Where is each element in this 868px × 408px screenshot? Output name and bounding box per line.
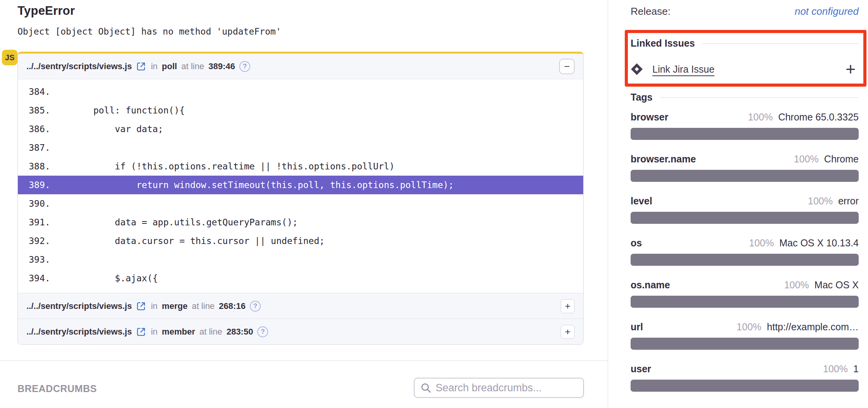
frame-function-name: member	[162, 327, 195, 337]
tag-row: os.name 100% Mac OS X	[631, 279, 859, 308]
link-jira-issue-link[interactable]: Link Jira Issue	[652, 64, 715, 75]
code-line: 386. var data;	[18, 120, 583, 138]
line-number: 386.	[29, 120, 50, 138]
jira-icon	[631, 63, 643, 75]
tag-row: user 100% 1	[631, 363, 859, 392]
release-label: Release:	[631, 5, 671, 17]
tag-percent: 100%	[784, 279, 809, 291]
code-line: 390.	[18, 194, 583, 213]
collapsed-frame-row: ../../sentry/scripts/views.js in merge a…	[18, 293, 583, 319]
code-line: 392. data.cursor = this.cursor || undefi…	[18, 232, 583, 250]
line-number: 393.	[29, 250, 50, 269]
code-line: 389. return window.setTimeout(this.poll,…	[18, 176, 583, 194]
external-link-icon[interactable]	[136, 61, 146, 71]
tag-right: 100% Mac OS X	[784, 279, 859, 291]
frame-function-name: merge	[162, 301, 188, 311]
frame-file-path: ../../sentry/scripts/views.js	[26, 301, 132, 311]
tag-right: 100% error	[808, 195, 859, 207]
tags-title: Tags	[631, 92, 653, 103]
tag-row: os 100% Mac OS X 10.13.4	[631, 237, 859, 266]
tag-key[interactable]: url	[631, 321, 643, 333]
release-row: Release: not configured	[631, 5, 859, 17]
tag-key[interactable]: level	[631, 195, 652, 207]
search-icon	[420, 382, 432, 394]
tag-head: browser 100% Chrome 65.0.3325	[631, 111, 859, 123]
heading-rule	[702, 43, 859, 44]
heading-rule	[660, 97, 859, 98]
tag-distribution-bar[interactable]	[631, 128, 859, 140]
tag-percent: 100%	[823, 363, 848, 375]
code-line: 388. if (!this.options.realtime || !this…	[18, 157, 583, 176]
linked-issues-title: Linked Issues	[631, 38, 695, 49]
line-number: 390.	[29, 194, 50, 213]
linked-issues-heading: Linked Issues	[631, 38, 859, 49]
collapsed-frame-row: ../../sentry/scripts/views.js in member …	[18, 319, 583, 344]
tag-head: os.name 100% Mac OS X	[631, 279, 859, 291]
line-number: 394.	[29, 269, 50, 288]
section-divider	[0, 360, 608, 361]
breadcrumbs-search-input[interactable]	[436, 382, 578, 394]
tag-row: browser.name 100% Chrome	[631, 153, 859, 182]
frame-in-label: in	[151, 327, 157, 337]
code-line: 394. $.ajax({	[18, 269, 583, 288]
tag-percent: 100%	[749, 237, 774, 249]
event-detail-main: TypeError Object [object Object] has no …	[0, 0, 608, 408]
tag-row: browser 100% Chrome 65.0.3325	[631, 111, 859, 140]
expand-frame-button[interactable]: +	[561, 325, 575, 339]
link-jira-issue-row: Link Jira Issue +	[631, 61, 859, 78]
frame-line-number: 268:16	[219, 301, 246, 311]
tags-heading: Tags	[631, 92, 859, 103]
tag-distribution-bar[interactable]	[631, 380, 859, 392]
exception-message: Object [object Object] has no method 'up…	[17, 26, 281, 37]
tag-distribution-bar[interactable]	[631, 296, 859, 308]
tag-distribution-bar[interactable]	[631, 212, 859, 224]
line-number: 385.	[29, 101, 50, 120]
breadcrumbs-section-title: BREADCRUMBS	[17, 383, 97, 394]
line-number: 387.	[29, 138, 50, 157]
breadcrumbs-search-box[interactable]	[414, 378, 584, 398]
tag-key[interactable]: browser	[631, 111, 668, 123]
frame-at-line-label: at line	[192, 301, 215, 311]
line-number: 389.	[29, 176, 50, 194]
tag-distribution-bar[interactable]	[631, 338, 859, 350]
collapse-frame-button[interactable]: −	[559, 59, 575, 74]
tag-row: url 100% http://example.com…	[631, 321, 859, 350]
line-code: var data;	[50, 120, 163, 138]
tag-distribution-bar[interactable]	[631, 170, 859, 182]
line-number: 388.	[29, 157, 50, 176]
tag-percent: 100%	[808, 195, 833, 207]
line-number: 392.	[29, 232, 50, 250]
tag-key[interactable]: os.name	[631, 279, 670, 291]
tag-percent: 100%	[748, 111, 773, 123]
tag-key[interactable]: browser.name	[631, 153, 696, 165]
stacktrace-panel: ../../sentry/scripts/views.js in poll at…	[17, 52, 584, 345]
code-line: 385. poll: function(){	[18, 101, 583, 120]
help-icon[interactable]: ?	[239, 61, 250, 72]
frame-at-line-label: at line	[181, 61, 204, 71]
linked-issues-section: Linked Issues Link Jira Issue +	[631, 38, 859, 78]
line-code: data.cursor = this.cursor || undefined;	[50, 232, 324, 250]
help-icon[interactable]: ?	[250, 301, 261, 312]
frame-function-name: poll	[162, 61, 177, 71]
tag-key[interactable]: user	[631, 363, 651, 375]
tag-distribution-bar[interactable]	[631, 254, 859, 266]
code-line: 393.	[18, 250, 583, 269]
tag-rows: browser 100% Chrome 65.0.3325 browser.na…	[631, 111, 859, 392]
help-icon[interactable]: ?	[257, 326, 268, 337]
tag-head: user 100% 1	[631, 363, 859, 375]
expand-frame-button[interactable]: +	[561, 299, 575, 313]
tag-head: level 100% error	[631, 195, 859, 207]
tag-key[interactable]: os	[631, 237, 642, 249]
tag-percent: 100%	[737, 321, 762, 333]
release-not-configured-link[interactable]: not configured	[795, 5, 859, 17]
tag-head: os 100% Mac OS X 10.13.4	[631, 237, 859, 249]
event-sidebar: Release: not configured Linked Issues Li…	[608, 0, 868, 408]
tag-right: 100% 1	[823, 363, 859, 375]
tag-right: 100% Mac OS X 10.13.4	[749, 237, 859, 249]
frame-in-label: in	[151, 61, 157, 71]
line-code: $.ajax({	[50, 269, 158, 288]
line-code: data = app.utils.getQueryParams();	[50, 213, 298, 232]
external-link-icon[interactable]	[136, 301, 146, 311]
external-link-icon[interactable]	[136, 326, 146, 337]
add-linked-issue-button[interactable]: +	[845, 61, 856, 78]
